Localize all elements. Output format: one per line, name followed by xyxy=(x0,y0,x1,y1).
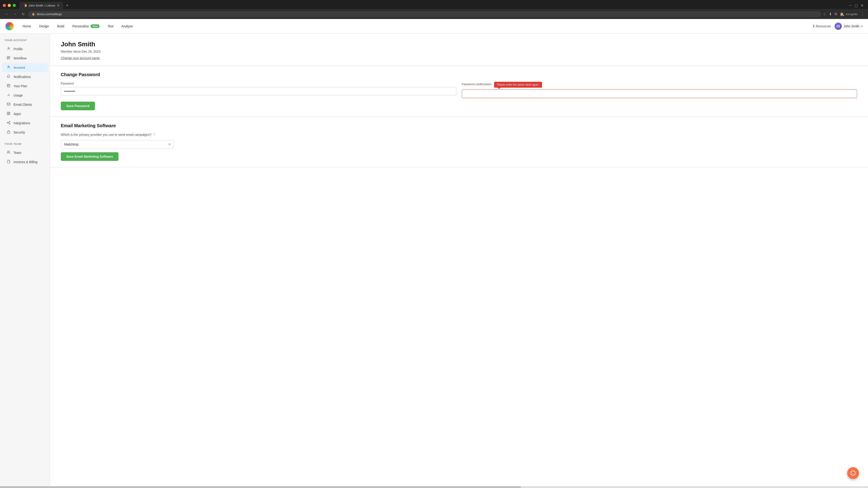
header-right: ℹ Resources JS John Smith ▾ xyxy=(813,23,863,30)
nav-analyze[interactable]: Analyze xyxy=(118,23,136,30)
svg-line-18 xyxy=(8,123,9,123)
tab-title: John Smith > Litmus xyxy=(29,4,55,7)
svg-rect-10 xyxy=(7,112,8,113)
help-fab-button[interactable] xyxy=(847,467,859,479)
svg-point-0 xyxy=(8,47,9,48)
browser-back-button[interactable] xyxy=(3,4,6,7)
new-tab-button[interactable]: + xyxy=(64,2,70,9)
password-label: Password xyxy=(61,82,456,85)
your-account-label: YOUR ACCOUNT xyxy=(0,39,50,44)
minimize-window-button[interactable]: ─ xyxy=(849,3,852,8)
team-icon xyxy=(6,151,11,155)
sidebar-item-account-label: Account xyxy=(13,66,25,69)
horizontal-scrollbar[interactable] xyxy=(0,486,868,488)
app-logo xyxy=(5,22,13,30)
svg-rect-5 xyxy=(7,84,10,87)
user-menu-chevron-icon: ▾ xyxy=(861,25,863,28)
sidebar-item-usage[interactable]: Usage xyxy=(2,91,48,100)
app-nav: Home Design Build Personalize New Test A… xyxy=(19,23,813,30)
bookmark-icon[interactable]: ☆ xyxy=(823,12,826,16)
integrations-icon xyxy=(6,121,11,125)
sidebar-item-security-label: Security xyxy=(13,131,25,134)
password-confirmation-input[interactable] xyxy=(462,90,857,98)
sidebar-item-integrations[interactable]: Integrations xyxy=(2,119,48,128)
profile-section: John Smith Member since Dec 18, 2023 Cha… xyxy=(50,33,868,66)
sidebar-item-apps-label: Apps xyxy=(13,112,21,116)
svg-rect-1 xyxy=(7,57,8,58)
horizontal-scrollbar-thumb[interactable] xyxy=(0,486,521,488)
svg-point-14 xyxy=(7,122,8,123)
email-clients-icon xyxy=(6,102,11,107)
svg-point-4 xyxy=(8,66,9,67)
restore-window-button[interactable]: ▢ xyxy=(855,3,858,8)
nav-test[interactable]: Test xyxy=(104,23,117,30)
notifications-icon xyxy=(6,74,11,79)
svg-line-17 xyxy=(8,122,9,123)
your-plan-icon xyxy=(6,84,11,88)
sidebar-item-email-clients[interactable]: Email Clients xyxy=(2,100,48,109)
more-options-icon[interactable]: ⋮ xyxy=(860,11,864,17)
security-icon xyxy=(6,130,11,135)
sidebar-item-team-label: Team xyxy=(13,151,21,155)
svg-rect-12 xyxy=(7,113,8,115)
usage-icon xyxy=(6,93,11,98)
workflow-icon xyxy=(6,56,11,61)
change-name-link[interactable]: Change your account name xyxy=(61,56,100,60)
user-avatar: JS xyxy=(835,23,842,30)
user-name-label: John Smith xyxy=(844,24,860,28)
email-marketing-question: Which is the primary provider you use to… xyxy=(61,133,857,136)
user-menu[interactable]: JS John Smith ▾ xyxy=(835,23,863,30)
nav-build[interactable]: Build xyxy=(54,23,68,30)
browser-actions: ☆ ⬇ ⧉ 🕵 Incognito ⋮ xyxy=(823,11,864,17)
sidebar-item-team[interactable]: Team xyxy=(2,148,48,157)
sidebar-item-account[interactable]: Account xyxy=(2,63,48,72)
close-window-button[interactable]: ✕ xyxy=(861,3,864,8)
sidebar-item-apps[interactable]: Apps xyxy=(2,109,48,119)
password-confirmation-form-group: Password confirmation Please enter the s… xyxy=(462,82,857,98)
browser-minimize-button[interactable] xyxy=(8,4,11,7)
personalize-badge: New xyxy=(91,24,99,28)
close-tab-button[interactable]: ✕ xyxy=(57,4,60,7)
resources-button[interactable]: ℹ Resources xyxy=(813,24,831,28)
sidebar-item-usage-label: Usage xyxy=(13,94,23,97)
url-input[interactable]: litmus.com/settings xyxy=(37,12,817,16)
download-icon[interactable]: ⬇ xyxy=(829,12,832,16)
password-form-group: Password xyxy=(61,82,456,98)
nav-design[interactable]: Design xyxy=(35,23,53,30)
svg-point-16 xyxy=(9,123,10,124)
browser-chrome: John Smith > Litmus ✕ + ─ ▢ ✕ ← → ↻ 🔒 li… xyxy=(0,0,868,19)
nav-home[interactable]: Home xyxy=(19,23,35,30)
incognito-badge: 🕵 Incognito xyxy=(840,12,858,16)
svg-point-15 xyxy=(9,121,10,122)
split-screen-icon[interactable]: ⧉ xyxy=(835,12,837,16)
sidebar-item-notifications[interactable]: Notifications xyxy=(2,72,48,81)
sidebar-item-notifications-label: Notifications xyxy=(13,75,31,78)
browser-maximize-button[interactable] xyxy=(13,4,16,7)
sidebar-item-workflow[interactable]: Workflow xyxy=(2,54,48,63)
sidebar-item-integrations-label: Integrations xyxy=(13,121,30,125)
svg-rect-2 xyxy=(9,57,10,58)
svg-rect-19 xyxy=(7,132,10,133)
nav-personalize[interactable]: Personalize New xyxy=(69,23,103,30)
email-marketing-section: Email Marketing Software Which is the pr… xyxy=(50,117,868,167)
sidebar-item-invoices-billing-label: Invoices & Billing xyxy=(13,160,37,164)
save-email-marketing-button[interactable]: Save Email Marketing Software xyxy=(61,152,119,161)
save-password-button[interactable]: Save Password xyxy=(61,102,95,110)
password-input[interactable] xyxy=(61,87,456,96)
help-question-icon[interactable]: ? xyxy=(153,133,155,136)
sidebar-item-invoices-billing[interactable]: Invoices & Billing xyxy=(2,158,48,166)
sidebar-item-email-clients-label: Email Clients xyxy=(13,103,32,106)
sidebar-item-profile[interactable]: Profile xyxy=(2,44,48,54)
tab-favicon xyxy=(23,4,27,7)
incognito-icon: 🕵 xyxy=(840,12,844,16)
svg-point-20 xyxy=(7,151,8,152)
forward-button[interactable]: → xyxy=(12,11,18,17)
sidebar-item-your-plan[interactable]: Your Plan xyxy=(2,82,48,91)
sidebar-item-security[interactable]: Security xyxy=(2,128,48,137)
back-button[interactable]: ← xyxy=(4,11,10,17)
account-icon xyxy=(6,65,11,70)
email-provider-select[interactable]: Mailchimp Constant Contact Campaign Moni… xyxy=(61,140,174,149)
refresh-button[interactable]: ↻ xyxy=(20,11,26,17)
sidebar-item-workflow-label: Workflow xyxy=(13,57,26,60)
browser-tab[interactable]: John Smith > Litmus ✕ xyxy=(20,2,63,9)
